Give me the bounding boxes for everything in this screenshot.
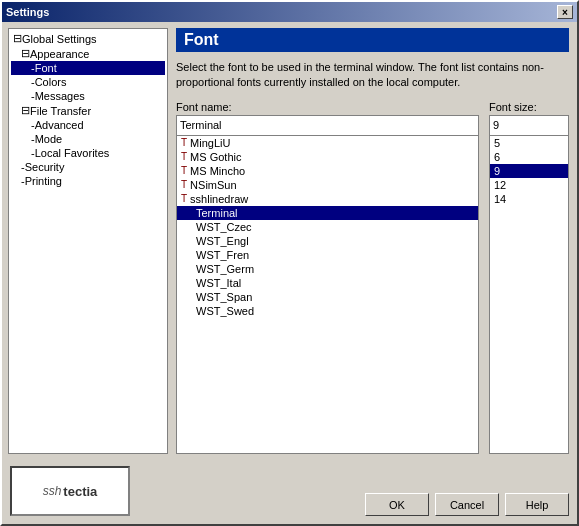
font-name-text: WST_Span (196, 291, 252, 303)
font-list-item[interactable]: TMingLiU (177, 136, 478, 150)
expand-icon: ⊟ (21, 104, 30, 117)
sidebar-item-file-transfer[interactable]: ⊟ File Transfer (11, 103, 165, 118)
sidebar-item-messages[interactable]: - Messages (11, 89, 165, 103)
font-name-text: sshlinedraw (190, 193, 248, 205)
close-button[interactable]: × (557, 5, 573, 19)
button-row: OK Cancel Help (365, 493, 569, 516)
sidebar-item-security[interactable]: - Security (11, 160, 165, 174)
font-list-item[interactable]: Terminal (177, 206, 478, 220)
tree-item-label: Messages (35, 90, 85, 102)
font-list-item[interactable]: WST_Fren (177, 248, 478, 262)
font-list-item[interactable]: TNSimSun (177, 178, 478, 192)
tree-item-label: Colors (35, 76, 67, 88)
font-size-input[interactable] (489, 115, 569, 135)
window-body: ⊟ Global Settings⊟ Appearance- Font- Col… (2, 22, 577, 460)
font-list-item[interactable]: TMS Mincho (177, 164, 478, 178)
font-name-input[interactable] (176, 115, 479, 135)
font-selectors: Font name: TMingLiUTMS GothicTMS MinchoT… (176, 101, 569, 454)
font-list-item[interactable]: WST_Czec (177, 220, 478, 234)
tree-item-label: Printing (25, 175, 62, 187)
font-size-column: Font size: 5691214 (489, 101, 569, 454)
tree-item-label: Appearance (30, 48, 89, 60)
font-name-text: WST_Engl (196, 235, 249, 247)
sidebar-item-global-settings[interactable]: ⊟ Global Settings (11, 31, 165, 46)
size-list-item[interactable]: 14 (490, 192, 568, 206)
sidebar-item-local-favorites[interactable]: - Local Favorites (11, 146, 165, 160)
size-list-item[interactable]: 6 (490, 150, 568, 164)
font-type-icon: T (181, 151, 187, 162)
tree-item-label: Font (35, 62, 57, 74)
ssh-tectia-logo: ssh tectia (43, 484, 98, 499)
font-type-icon: T (181, 193, 187, 204)
font-list-item[interactable]: WST_Germ (177, 262, 478, 276)
bottom-area: ssh tectia OK Cancel Help (2, 460, 577, 524)
size-list-item[interactable]: 9 (490, 164, 568, 178)
title-bar: Settings × (2, 2, 577, 22)
font-name-text: NSimSun (190, 179, 236, 191)
title-bar-text: Settings (6, 6, 49, 18)
ssh-brand-text: ssh (43, 484, 62, 498)
font-size-list[interactable]: 5691214 (489, 135, 569, 454)
font-type-icon: T (181, 165, 187, 176)
font-name-text: MS Gothic (190, 151, 241, 163)
font-list-item[interactable]: WST_Ital (177, 276, 478, 290)
font-name-column: Font name: TMingLiUTMS GothicTMS MinchoT… (176, 101, 479, 454)
tree-item-label: File Transfer (30, 105, 91, 117)
help-button[interactable]: Help (505, 493, 569, 516)
settings-tree: ⊟ Global Settings⊟ Appearance- Font- Col… (8, 28, 168, 454)
font-name-text: MS Mincho (190, 165, 245, 177)
section-header: Font (176, 28, 569, 52)
size-list-item[interactable]: 12 (490, 178, 568, 192)
right-panel: Font Select the font to be used in the t… (168, 22, 577, 460)
font-name-text: MingLiU (190, 137, 230, 149)
font-name-label: Font name: (176, 101, 479, 113)
font-list-item[interactable]: WST_Span (177, 290, 478, 304)
font-list-item[interactable]: WST_Swed (177, 304, 478, 318)
sidebar-item-font[interactable]: - Font (11, 61, 165, 75)
font-name-text: Terminal (196, 207, 238, 219)
font-size-label: Font size: (489, 101, 569, 113)
tree-item-label: Advanced (35, 119, 84, 131)
font-type-icon: T (181, 179, 187, 190)
tree-item-label: Global Settings (22, 33, 97, 45)
ok-button[interactable]: OK (365, 493, 429, 516)
font-list-item[interactable]: TMS Gothic (177, 150, 478, 164)
font-name-text: WST_Czec (196, 221, 252, 233)
tree-item-label: Security (25, 161, 65, 173)
sidebar-item-colors[interactable]: - Colors (11, 75, 165, 89)
font-type-icon: T (181, 137, 187, 148)
description-text: Select the font to be used in the termin… (176, 60, 569, 91)
expand-icon: ⊟ (13, 32, 22, 45)
font-list-item[interactable]: Tsshlinedraw (177, 192, 478, 206)
tectia-brand-text: tectia (63, 484, 97, 499)
sidebar-item-printing[interactable]: - Printing (11, 174, 165, 188)
sidebar-item-advanced[interactable]: - Advanced (11, 118, 165, 132)
font-name-list[interactable]: TMingLiUTMS GothicTMS MinchoTNSimSunTssh… (176, 135, 479, 454)
tree-item-label: Local Favorites (35, 147, 110, 159)
tree-item-label: Mode (35, 133, 63, 145)
font-name-text: WST_Swed (196, 305, 254, 317)
font-name-text: WST_Germ (196, 263, 254, 275)
cancel-button[interactable]: Cancel (435, 493, 499, 516)
logo-box: ssh tectia (10, 466, 130, 516)
settings-window: Settings × ⊟ Global Settings⊟ Appearance… (0, 0, 579, 526)
expand-icon: ⊟ (21, 47, 30, 60)
font-list-item[interactable]: WST_Engl (177, 234, 478, 248)
size-list-item[interactable]: 5 (490, 136, 568, 150)
font-name-text: WST_Fren (196, 249, 249, 261)
sidebar-item-appearance[interactable]: ⊟ Appearance (11, 46, 165, 61)
font-name-text: WST_Ital (196, 277, 241, 289)
sidebar-item-mode[interactable]: - Mode (11, 132, 165, 146)
